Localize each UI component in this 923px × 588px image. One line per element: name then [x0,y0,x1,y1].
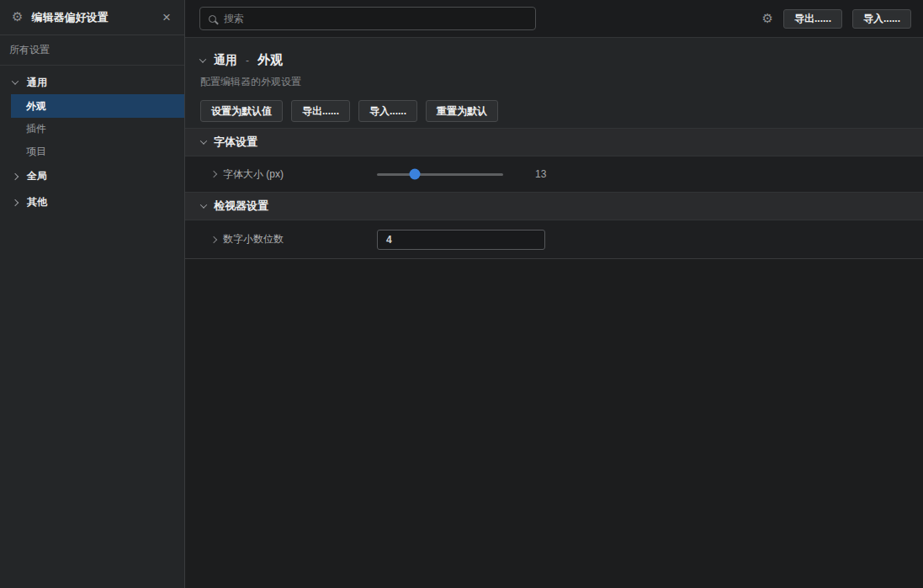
chevron-right-icon [12,199,19,205]
empty-content-area [185,259,923,588]
sidebar-item-all-settings[interactable]: 所有设置 [0,35,184,66]
section-title: 字体设置 [214,135,257,150]
import-settings-button[interactable]: 导入...... [358,100,417,122]
setting-row-decimal-places: 数字小数位数 4 [185,220,923,259]
chevron-right-icon [210,236,217,242]
chevron-right-icon [210,171,217,177]
breadcrumb-parent: 通用 [214,53,237,68]
sidebar-group-label: 其他 [27,195,47,209]
section-title: 检视器设置 [214,199,268,214]
setting-row-font-size: 字体大小 (px) 13 [185,156,923,192]
sidebar-item-appearance[interactable]: 外观 [11,94,184,118]
set-as-default-button[interactable]: 设置为默认值 [200,100,283,122]
setting-label-text: 字体大小 (px) [223,167,284,182]
section-font-settings[interactable]: 字体设置 [185,128,923,156]
sidebar: ⚙ 编辑器偏好设置 × 所有设置 通用 外观 插件 项目 全局 其他 [0,0,185,588]
chevron-down-icon [12,77,19,84]
chevron-right-icon [12,172,19,179]
breadcrumb-separator: - [246,55,249,66]
close-icon[interactable]: × [161,10,172,24]
slider-track [377,173,503,176]
sidebar-group-other[interactable]: 其他 [0,189,184,215]
main-panel: 搜索 ⚙ 导出...... 导入...... 通用 - 外观 配置编辑器的外观设… [185,0,923,588]
breadcrumb: 通用 - 外观 [200,52,923,68]
topbar-actions: ⚙ 导出...... 导入...... [762,9,911,29]
chevron-down-icon[interactable] [199,56,206,62]
topbar: 搜索 ⚙ 导出...... 导入...... [185,0,923,38]
sidebar-item-plugins[interactable]: 插件 [0,118,184,140]
page-header: 通用 - 外观 配置编辑器的外观设置 设置为默认值 导出...... 导入...… [185,38,923,128]
window-title: 编辑器偏好设置 [31,10,161,25]
settings-tree: 通用 外观 插件 项目 全局 其他 [0,66,184,215]
page-actions: 设置为默认值 导出...... 导入...... 重置为默认 [200,100,923,122]
sidebar-header: ⚙ 编辑器偏好设置 × [0,0,184,35]
export-settings-button[interactable]: 导出...... [291,100,350,122]
search-icon [209,15,216,23]
setting-label-text: 数字小数位数 [223,232,284,246]
reset-to-default-button[interactable]: 重置为默认 [426,100,498,122]
editor-preferences-window: ⚙ 编辑器偏好设置 × 所有设置 通用 外观 插件 项目 全局 其他 [0,0,923,588]
page-description: 配置编辑器的外观设置 [200,75,923,89]
sidebar-item-project[interactable]: 项目 [0,140,184,163]
font-size-label[interactable]: 字体大小 (px) [185,167,377,182]
import-button[interactable]: 导入...... [852,9,911,29]
page-title: 外观 [257,52,283,68]
decimal-places-value: 4 [386,234,392,246]
font-size-slider[interactable] [377,168,503,180]
sidebar-group-general[interactable]: 通用 [0,71,184,94]
search-input[interactable]: 搜索 [199,7,536,30]
decimal-places-label[interactable]: 数字小数位数 [185,232,377,246]
sidebar-group-label: 全局 [27,169,47,183]
decimal-places-input[interactable]: 4 [377,230,545,250]
export-button[interactable]: 导出...... [783,9,842,29]
font-size-value: 13 [535,168,546,180]
preferences-gear-icon: ⚙ [12,11,23,24]
section-inspector-settings[interactable]: 检视器设置 [185,192,923,220]
slider-thumb[interactable] [410,169,421,180]
chevron-down-icon [200,201,207,208]
chevron-down-icon [200,137,207,144]
search-placeholder: 搜索 [224,12,244,26]
sidebar-group-label: 通用 [27,76,47,90]
settings-gear-icon[interactable]: ⚙ [762,13,773,25]
sidebar-group-global[interactable]: 全局 [0,163,184,189]
